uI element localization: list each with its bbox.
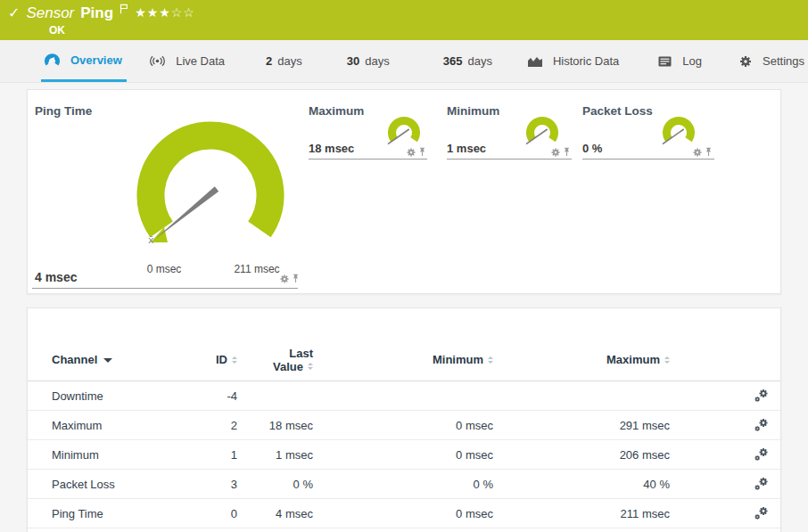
tab-settings[interactable]: Settings <box>736 40 808 82</box>
average-marker: x̄ <box>148 234 154 246</box>
tab-log[interactable]: Log <box>655 40 705 82</box>
table-header-row: Channel ID Last Value Minimum Maximum <box>28 308 780 381</box>
channel-id: 0 <box>212 507 237 520</box>
channel-settings-icon[interactable] <box>754 418 769 432</box>
panel-gear-icon[interactable] <box>407 148 416 157</box>
channel-settings-icon[interactable] <box>754 506 769 520</box>
channel-minimum: 0 msec <box>313 448 493 462</box>
sort-arrows-icon <box>664 356 670 364</box>
tab-365-days[interactable]: 365days <box>440 40 496 82</box>
channel-maximum: 291 msec <box>493 419 670 432</box>
gauge-value: 4 msec <box>35 270 77 284</box>
tab-label: Live Data <box>176 54 225 68</box>
panel-gear-icon[interactable] <box>693 148 702 157</box>
gear-icon <box>739 55 752 68</box>
gauges-card: Ping Time x̄ 0 msec 211 msec 4 msec Maxi… <box>27 89 781 294</box>
channel-name: Ping Time <box>52 507 212 520</box>
tab-historic-data[interactable]: Historic Data <box>524 40 622 82</box>
status-badge: OK <box>49 24 65 37</box>
channel-settings-icon[interactable] <box>754 447 769 462</box>
area-chart-icon <box>528 56 542 67</box>
sort-caret-icon <box>103 358 112 367</box>
gauge-scale-min: 0 msec <box>147 263 182 275</box>
table-row: Packet Loss 3 0 % 0 % 40 % <box>28 470 780 499</box>
channel-maximum: 211 msec <box>493 507 670 520</box>
gauge-value: 1 msec <box>447 142 486 155</box>
column-header-channel[interactable]: Channel <box>52 353 212 366</box>
tab-live-data[interactable]: Live Data <box>146 40 228 82</box>
channel-last-value: 0 % <box>237 478 313 491</box>
tab-label: Log <box>682 54 702 68</box>
live-data-icon <box>150 55 165 67</box>
channel-last-value: 4 msec <box>237 507 313 520</box>
sensor-header: ✓ Sensor Ping ★★★☆☆ OK <box>0 0 808 40</box>
channel-settings-icon[interactable] <box>754 389 769 403</box>
panel-gear-icon[interactable] <box>280 274 289 283</box>
gauge-value: 18 msec <box>309 142 354 155</box>
flag-icon[interactable] <box>120 2 128 18</box>
channel-last-value: 1 msec <box>237 448 313 462</box>
column-header-last-value[interactable]: Last Value <box>237 347 313 373</box>
channel-id: 2 <box>212 419 237 432</box>
log-list-icon <box>658 56 672 67</box>
tab-label: Historic Data <box>553 54 619 68</box>
channel-name: Maximum <box>52 419 212 432</box>
column-header-id[interactable]: ID <box>212 353 237 366</box>
ok-check-icon: ✓ <box>8 5 20 21</box>
panel-pin-icon[interactable] <box>705 147 713 157</box>
tab-label: days <box>365 54 389 68</box>
gauge-value: 0 % <box>582 142 602 155</box>
ping-time-gauge <box>133 117 302 268</box>
channel-last-value: 18 msec <box>237 419 313 432</box>
channel-settings-icon[interactable] <box>754 477 769 491</box>
gauge-scale-max: 211 msec <box>234 263 279 275</box>
column-header-maximum[interactable]: Maximum <box>493 353 670 366</box>
table-row: Ping Time 0 4 msec 0 msec 211 msec <box>28 499 780 528</box>
channel-minimum: 0 % <box>313 478 493 491</box>
table-row: Minimum 1 1 msec 0 msec 206 msec <box>28 440 780 470</box>
tab-label: days <box>467 54 491 68</box>
channel-name: Minimum <box>52 448 212 462</box>
sensor-kind-label: Sensor <box>26 4 74 22</box>
channel-id: -4 <box>212 389 237 403</box>
priority-stars[interactable]: ★★★☆☆ <box>135 5 195 20</box>
table-row: Maximum 2 18 msec 0 msec 291 msec <box>28 411 780 440</box>
gauge-title: Maximum <box>309 104 364 118</box>
gauge-icon <box>45 53 60 67</box>
channel-minimum: 0 msec <box>313 419 493 432</box>
panel-gear-icon[interactable] <box>551 148 560 157</box>
gauge-title: Minimum <box>447 104 499 118</box>
tab-overview[interactable]: Overview <box>41 40 127 82</box>
column-header-minimum[interactable]: Minimum <box>313 353 493 366</box>
tab-label: Settings <box>763 54 804 68</box>
channel-name: Packet Loss <box>52 478 212 491</box>
table-row: Downtime -4 <box>28 381 780 411</box>
tab-label: Overview <box>70 53 122 67</box>
tab-30-days[interactable]: 30days <box>343 40 393 82</box>
channel-id: 1 <box>212 448 237 462</box>
gauge-title: Ping Time <box>35 104 92 118</box>
panel-pin-icon[interactable] <box>563 147 571 157</box>
tab-bar: Overview Live Data 2days 30days 365days … <box>0 40 808 83</box>
channel-id: 3 <box>212 478 237 491</box>
tab-label: days <box>277 54 301 68</box>
gauge-title: Packet Loss <box>582 104 653 118</box>
panel-pin-icon[interactable] <box>418 147 426 157</box>
channel-maximum: 40 % <box>493 478 670 491</box>
channels-table-card: Channel ID Last Value Minimum Maximum Do… <box>27 307 781 532</box>
sensor-title: Ping <box>80 4 113 22</box>
panel-pin-icon[interactable] <box>292 274 300 283</box>
channel-maximum: 206 msec <box>493 448 670 462</box>
tab-2-days[interactable]: 2days <box>262 40 306 82</box>
channel-minimum: 0 msec <box>313 507 493 520</box>
channel-name: Downtime <box>52 389 212 403</box>
